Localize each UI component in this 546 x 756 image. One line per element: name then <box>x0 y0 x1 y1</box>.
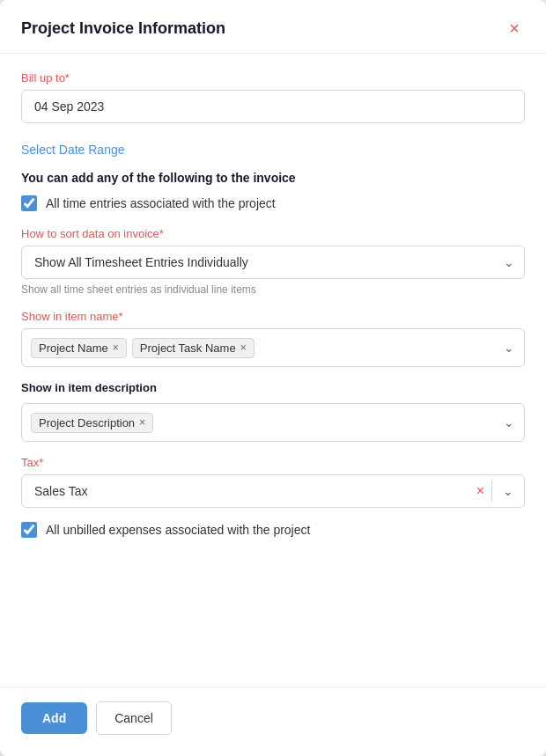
modal-footer: Add Cancel <box>0 686 546 756</box>
show-item-name-tags-select[interactable]: Project Name × Project Task Name × <box>21 328 525 367</box>
time-entries-checkbox-label[interactable]: All time entries associated with the pro… <box>46 196 276 210</box>
expenses-checkbox[interactable] <box>21 522 37 538</box>
tax-input[interactable] <box>22 475 469 507</box>
sort-data-select-wrapper: Show All Timesheet Entries Individually … <box>21 246 525 279</box>
tag-project-description-close[interactable]: × <box>139 417 145 428</box>
show-item-desc-tags-container: Project Description × ⌄ <box>21 403 525 442</box>
tax-group: Tax* × ⌄ <box>21 456 525 508</box>
sort-data-label: How to sort data on invoice* <box>21 227 525 240</box>
add-to-invoice-text: You can add any of the following to the … <box>21 171 525 185</box>
expenses-row: All unbilled expenses associated with th… <box>21 522 525 538</box>
bill-up-to-group: Bill up to* <box>21 71 525 123</box>
bill-up-to-label: Bill up to* <box>21 71 525 84</box>
modal-title: Project Invoice Information <box>21 19 225 38</box>
close-button[interactable]: × <box>504 18 525 39</box>
add-button[interactable]: Add <box>21 702 87 734</box>
cancel-button[interactable]: Cancel <box>96 701 172 735</box>
tag-project-description-text: Project Description <box>39 416 135 429</box>
sort-data-select[interactable]: Show All Timesheet Entries Individually … <box>21 246 525 279</box>
time-entries-row: All time entries associated with the pro… <box>21 195 525 211</box>
tax-select-wrapper: × ⌄ <box>21 474 525 508</box>
show-item-name-tags-container: Project Name × Project Task Name × ⌄ <box>21 328 525 367</box>
bill-up-to-input[interactable] <box>21 90 525 123</box>
show-item-name-group: Show in item name* Project Name × Projec… <box>21 310 525 367</box>
tax-clear-button[interactable]: × <box>469 484 491 498</box>
sort-data-group: How to sort data on invoice* Show All Ti… <box>21 227 525 296</box>
tag-project-name-text: Project Name <box>39 341 108 355</box>
tag-project-name-close[interactable]: × <box>113 342 119 353</box>
select-date-range-link[interactable]: Select Date Range <box>21 143 525 157</box>
time-entries-checkbox[interactable] <box>21 195 37 211</box>
show-item-desc-tags-select[interactable]: Project Description × <box>21 403 525 442</box>
tax-chevron-button[interactable]: ⌄ <box>492 484 524 498</box>
expenses-checkbox-label[interactable]: All unbilled expenses associated with th… <box>46 523 310 537</box>
show-item-desc-group: Show in item description Project Descrip… <box>21 381 525 442</box>
tag-project-name: Project Name × <box>31 338 127 358</box>
modal-body: Bill up to* Select Date Range You can ad… <box>0 54 546 686</box>
tax-label: Tax* <box>21 456 525 469</box>
sort-data-hint: Show all time sheet entries as individua… <box>21 283 525 296</box>
show-item-desc-label: Show in item description <box>21 381 525 394</box>
show-item-name-label: Show in item name* <box>21 310 525 323</box>
modal-header: Project Invoice Information × <box>0 0 546 54</box>
tag-project-task-name-text: Project Task Name <box>140 341 236 355</box>
project-invoice-modal: Project Invoice Information × Bill up to… <box>0 0 546 756</box>
tag-project-task-name-close[interactable]: × <box>240 342 247 353</box>
tag-project-task-name: Project Task Name × <box>132 338 255 358</box>
tag-project-description: Project Description × <box>31 413 153 433</box>
